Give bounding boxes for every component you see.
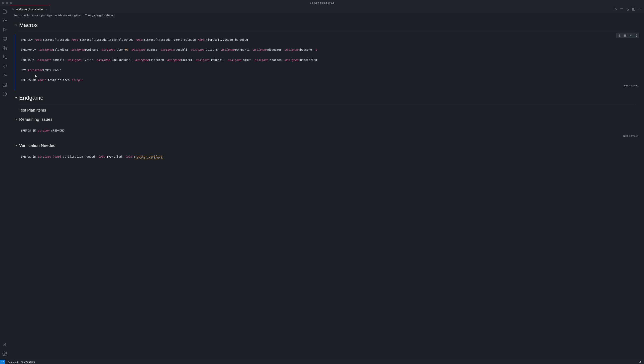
section-heading-verification[interactable]: Verification Needed: [10, 142, 644, 150]
code-content[interactable]: $REPOS= repo:microsoft/vscode repo:micro…: [21, 37, 639, 82]
svg-rect-4: [3, 46, 4, 48]
section-heading-remaining[interactable]: Remaining Issues: [10, 115, 644, 123]
remote-explorer-icon[interactable]: [0, 34, 10, 44]
code-cell-remaining[interactable]: $REPOS $M is:open $REDMOND GitHub Issues: [14, 125, 642, 141]
chevron-down-icon: [15, 144, 18, 147]
cell-toolbar: [616, 33, 639, 38]
svg-point-23: [640, 9, 641, 10]
run-debug-icon[interactable]: [0, 25, 10, 34]
extensions-icon[interactable]: [0, 44, 10, 53]
clear-outputs-icon[interactable]: [620, 8, 623, 11]
breadcrumb-segment[interactable]: Users: [13, 14, 20, 17]
file-icon: [12, 8, 15, 11]
notebook-editor[interactable]: Macros $REPOS= repo:microsoft/vscode rep…: [10, 18, 644, 360]
line-numbers-icon[interactable]: [628, 33, 634, 38]
delete-cell-icon[interactable]: [634, 33, 639, 38]
section-title: Macros: [19, 22, 38, 28]
unlock-icon[interactable]: [617, 33, 622, 38]
notifications-status[interactable]: [638, 360, 642, 363]
breadcrumb-segment[interactable]: prototype: [41, 14, 52, 17]
warning-count: 2: [16, 360, 18, 363]
svg-point-17: [4, 343, 6, 345]
terminal-panel-icon[interactable]: [0, 80, 10, 90]
svg-point-0: [3, 19, 4, 20]
problems-status[interactable]: 0 2: [6, 360, 19, 363]
tab-bar: endgame.github-issues: [10, 6, 644, 13]
settings-gear-icon[interactable]: [0, 349, 10, 358]
svg-point-28: [21, 362, 21, 362]
breadcrumb-segment[interactable]: code: [32, 14, 38, 17]
svg-rect-26: [624, 36, 626, 36]
more-icon[interactable]: [638, 8, 641, 11]
warning-icon: [13, 360, 16, 363]
code-content[interactable]: $REPOS $M is:issue label:verification-ne…: [21, 154, 639, 159]
run-icon[interactable]: [614, 8, 617, 11]
window-title: endgame.github-issues: [12, 2, 632, 4]
error-count: 0: [11, 360, 12, 363]
split-cell-icon[interactable]: [622, 33, 628, 38]
chevron-right-icon: ›: [30, 14, 31, 17]
svg-point-29: [22, 361, 22, 362]
lock-icon[interactable]: [626, 8, 629, 11]
file-icon: [85, 14, 88, 16]
live-share-icon: [20, 360, 23, 363]
svg-rect-25: [624, 35, 626, 36]
explorer-icon[interactable]: [0, 7, 10, 16]
svg-rect-6: [5, 48, 6, 50]
live-share-activity-icon[interactable]: [0, 62, 10, 71]
live-share-label: Live Share: [24, 360, 35, 363]
chevron-right-icon: ›: [72, 14, 73, 17]
svg-point-1: [3, 21, 4, 22]
timeline-icon[interactable]: [0, 90, 10, 98]
code-content[interactable]: $REPOS $M is:open $REDMOND: [21, 128, 639, 133]
accounts-icon[interactable]: [0, 340, 10, 349]
activity-bar: [0, 6, 10, 360]
minimize-window-button[interactable]: [6, 2, 8, 4]
remote-indicator[interactable]: [0, 360, 5, 364]
code-cell-macros[interactable]: $REPOS= repo:microsoft/vscode repo:micro…: [14, 34, 642, 90]
svg-point-9: [3, 58, 4, 59]
error-icon: [8, 360, 10, 363]
source-control-icon[interactable]: [0, 16, 10, 25]
svg-rect-5: [3, 48, 4, 50]
tab-label: endgame.github-issues: [16, 8, 43, 11]
close-icon[interactable]: [45, 8, 48, 11]
svg-point-2: [6, 20, 6, 21]
svg-rect-3: [3, 37, 6, 40]
breadcrumb-segment[interactable]: notebook-test: [55, 14, 71, 17]
live-share-status[interactable]: Live Share: [19, 360, 36, 363]
section-heading-endgame[interactable]: Endgame: [10, 92, 644, 102]
svg-rect-15: [3, 83, 6, 86]
svg-point-18: [4, 353, 6, 354]
subheading-test-plan-items: Test Plan Items: [10, 107, 644, 115]
zoom-window-button[interactable]: [10, 2, 12, 4]
chevron-down-icon: [15, 118, 18, 121]
breadcrumb[interactable]: Users› penlv› code› prototype› notebook-…: [10, 13, 644, 18]
close-window-button[interactable]: [2, 2, 4, 4]
chevron-right-icon: ›: [82, 14, 83, 17]
chevron-right-icon: ›: [21, 14, 22, 17]
code-cell-verification[interactable]: $REPOS $M is:issue label:verification-ne…: [14, 151, 642, 162]
cell-kernel-label: GitHub Issues: [21, 133, 639, 138]
section-title: Remaining Issues: [19, 117, 52, 122]
breadcrumb-segment[interactable]: penlv: [23, 14, 29, 17]
svg-point-21: [638, 9, 639, 10]
svg-rect-14: [4, 74, 5, 75]
traffic-lights: [2, 2, 12, 4]
svg-point-30: [22, 362, 22, 363]
pull-requests-icon[interactable]: [0, 53, 10, 62]
section-heading-macros[interactable]: Macros: [10, 19, 644, 30]
breadcrumb-segment[interactable]: github: [74, 14, 81, 17]
titlebar: endgame.github-issues: [0, 0, 644, 6]
section-title: Verification Needed: [19, 143, 56, 148]
svg-point-22: [640, 9, 640, 10]
breadcrumb-segment[interactable]: endgame.github-issues: [88, 14, 114, 17]
bell-icon: [638, 360, 641, 363]
chevron-right-icon: ›: [39, 14, 40, 17]
docker-icon[interactable]: [0, 71, 10, 80]
svg-point-8: [3, 56, 4, 57]
tab-endgame[interactable]: endgame.github-issues: [10, 6, 50, 13]
split-editor-icon[interactable]: [632, 8, 635, 11]
chevron-down-icon: [15, 24, 18, 26]
svg-rect-19: [627, 9, 628, 10]
